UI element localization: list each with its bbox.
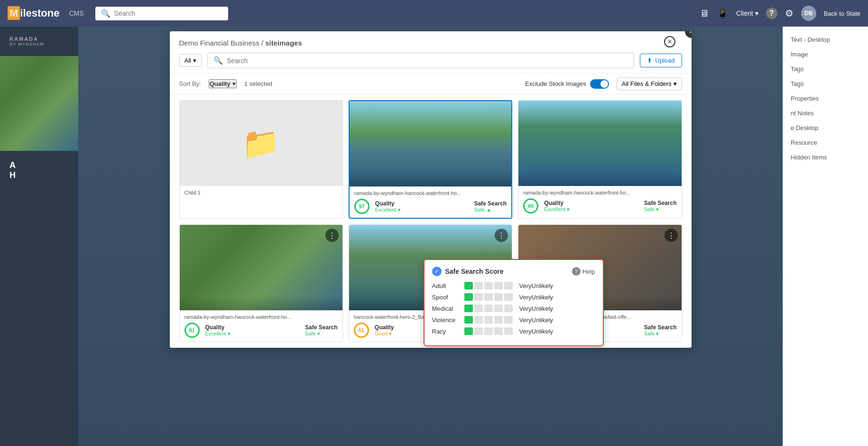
exclude-stock-switch[interactable] [590,79,609,89]
safe-search-popup: ✓ Safe Search Score ? Help Adult [424,259,604,346]
modal-search-input[interactable] [227,57,628,65]
grid-item-ramada-2[interactable]: ramada-by-wyndham-hancock-waterfront-ho.… [518,100,682,219]
nav-search-input[interactable] [114,9,222,17]
safe-search-block-1: Safe Search Safe ▲ [474,200,507,213]
violence-bar-2 [474,316,483,324]
folder-thumbnail: 📁 [180,101,342,186]
sort-bar: Sort By: Quality ▾ 1 selected Exclude St… [170,74,692,94]
racy-bar-5 [504,327,513,335]
adult-bars [464,282,513,289]
quality-label-backup: Quality [375,324,394,331]
breadcrumb-sep: / [261,39,265,47]
sidebar-item-notes[interactable]: nt Notes [783,106,868,121]
safe-search-block-coffee: Safe Search Safe ▾ [644,324,677,337]
nav-search-icon: 🔍 [101,9,111,18]
safe-search-value-1[interactable]: Safe ▲ [474,207,507,213]
upload-button[interactable]: ⬆ Upload [640,54,682,67]
popup-row-violence: Violence VeryUnlikely [432,316,595,324]
image-scores-ramada1: 97 Quality Excellent ▾ Safe Search Safe … [354,199,507,214]
popup-title: ✓ Safe Search Score [432,267,504,276]
spoof-label: Spoof [432,294,461,301]
breadcrumb-org: Demo Financial Business [179,39,259,47]
sort-quality-button[interactable]: Quality ▾ [209,79,237,88]
sidebar-item-tags1[interactable]: Tags [783,62,868,76]
nav-avatar[interactable]: DB [801,6,816,21]
exclude-stock-toggle: Exclude Stock Images [525,79,609,89]
violence-bar-1 [464,316,473,324]
safe-search-value-coffee[interactable]: Safe ▾ [644,331,677,337]
help-circle-icon: ? [572,267,581,276]
adult-bar-1 [464,282,473,289]
nav-back-button[interactable]: Back to State [824,10,860,17]
kebab-menu-btn-backup[interactable]: ⋮ [495,229,508,242]
modal-inner-close-button[interactable]: ✕ [664,36,675,47]
nav-tablet-icon[interactable]: 📱 [717,8,729,19]
files-chevron-icon: ▾ [674,80,677,87]
sort-chevron-icon: ▾ [232,80,236,87]
modal-header: Demo Financial Business / siteimages All… [170,31,692,74]
files-folders-dropdown[interactable]: All Files & Folders ▾ [617,77,682,90]
racy-bar-2 [474,327,483,335]
quality-value-3[interactable]: Excellent ▾ [205,331,231,337]
modal-search-container: 🔍 [207,53,634,68]
kebab-menu-btn-3[interactable]: ⋮ [325,229,339,242]
selected-count: 1 selected [244,80,272,87]
safe-search-label-coffee: Safe Search [644,324,677,331]
nav-gear-icon[interactable]: ⚙ [785,8,794,19]
quality-value-backup[interactable]: Good ▾ [375,331,394,337]
desktop-label: e Desktop [791,124,819,131]
exclude-stock-label: Exclude Stock Images [525,80,586,87]
sidebar-item-hidden[interactable]: Hidden Items [783,150,868,165]
grid-item-ramada-1[interactable]: ramada-by-wyndham-hancock-waterfront-ho.… [349,100,512,219]
spoof-bar-5 [504,293,513,301]
all-filter-button[interactable]: All ▾ [179,54,202,67]
quality-score-block-1: Quality Excellent ▾ [375,200,401,213]
racy-bars [464,327,513,335]
popup-row-spoof: Spoof VeryUnlikely [432,293,595,301]
nav-monitor-icon[interactable]: 🖥 [700,8,709,19]
sidebar-item-tags2[interactable]: Tags [783,76,868,91]
quality-score-circle-3: 81 [185,323,200,338]
quality-value-1[interactable]: Excellent ▾ [375,207,401,213]
safe-search-popup-icon: ✓ [432,267,442,276]
sidebar-item-text-desktop[interactable]: Text - Desktop [783,32,868,47]
safe-search-block-2: Safe Search Safe ▾ [644,200,677,213]
nav-logo: Milestone [8,7,59,19]
ramada-logo: RAMADA BY WYNDHAM [0,27,78,56]
sidebar-item-properties[interactable]: Properties [783,91,868,106]
sort-by-label: Sort By: [179,80,201,87]
sidebar-item-resource[interactable]: Resource [783,135,868,150]
adult-bar-2 [474,282,483,289]
sidebar-item-image[interactable]: Image [783,47,868,62]
hidden-label: Hidden Items [791,154,827,161]
main-modal: ✕ ✕ Demo Financial Business / siteimages… [170,31,692,348]
adult-bar-4 [494,282,503,289]
image-thumbnail-ramada2 [518,101,681,186]
quality-value-2[interactable]: Excellent ▾ [544,206,570,213]
grid-item-folder-child1[interactable]: 📁 Child 1 [179,100,343,219]
nav-help-icon[interactable]: ? [766,8,777,19]
image-name-ramada3: ramada-by-wyndham-hancock-waterfront-ho.… [185,314,338,320]
safe-search-label-3: Safe Search [305,324,338,331]
nav-client-dropdown[interactable]: Client ▾ [736,9,758,17]
racy-bar-1 [464,327,473,335]
racy-bar-4 [494,327,503,335]
image-label: Image [791,51,808,58]
quality-score-circle-backup: 61 [354,323,369,338]
grid-item-ramada-3[interactable]: ⋮ ramada-by-wyndham-hancock-waterfront-h… [179,224,343,342]
popup-header: ✓ Safe Search Score ? Help [432,267,595,276]
bg-ramada-panel: RAMADA BY WYNDHAM AH [0,27,78,446]
tags1-label: Tags [791,65,803,73]
quality-score-block-backup: Quality Good ▾ [375,324,394,337]
safe-search-value-2[interactable]: Safe ▾ [644,206,677,213]
kebab-menu-btn-coffee[interactable]: ⋮ [665,229,678,242]
popup-row-racy: Racy VeryUnlikely [432,327,595,335]
sidebar-item-desktop[interactable]: e Desktop [783,121,868,135]
safe-search-value-3[interactable]: Safe ▾ [305,331,338,337]
popup-help-button[interactable]: ? Help [572,267,595,276]
resource-label: Resource [791,139,817,146]
quality-label-1: Quality [375,200,401,207]
modal-search-icon: 🔍 [213,56,223,65]
spoof-bars [464,293,513,301]
racy-label: Racy [432,328,461,335]
